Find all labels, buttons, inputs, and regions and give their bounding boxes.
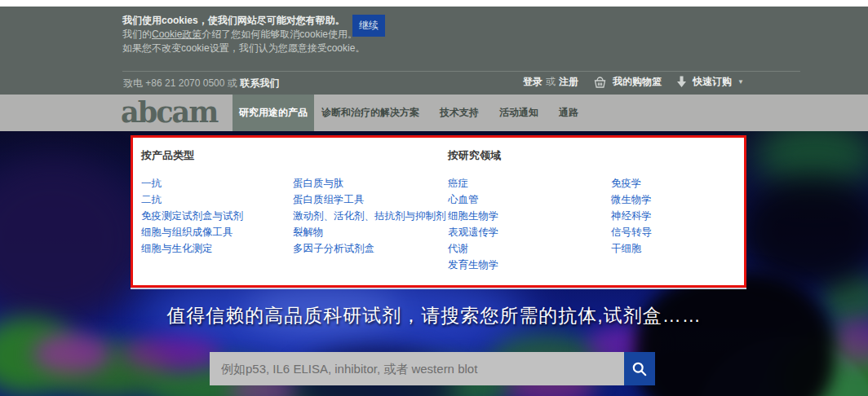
menu-link-metabolism[interactable]: 代谢: [448, 240, 499, 257]
menu-link-cell-biology[interactable]: 细胞生物学: [448, 208, 499, 224]
phone-number: +86 21 2070 0500: [145, 77, 224, 89]
cookie-policy-link[interactable]: Cookie政策: [152, 29, 202, 40]
menu-link-immunoassay-kits[interactable]: 免疫测定试剂盒与试剂: [141, 208, 243, 224]
research-links-column-2: 免疫学 微生物学 神经科学 信号转导 干细胞: [611, 175, 652, 257]
menu-link-neuroscience[interactable]: 神经科学: [611, 208, 652, 224]
hero-tagline: 值得信赖的高品质科研试剂，请搜索您所需的抗体,试剂盒……: [0, 303, 868, 328]
contact-phone-line: 致电 +86 21 2070 0500 或 联系我们: [123, 77, 279, 90]
account-utility-links: 登录 或 注册 我的购物篮 快速订购 ▼: [523, 75, 744, 89]
login-link[interactable]: 登录: [523, 75, 542, 89]
cookie-banner: 我们使用cookies，使我们网站尽可能对您有帮助。 我们的Cookie政策介绍…: [0, 7, 868, 95]
menu-link-cell-biochemical-assays[interactable]: 细胞与生化测定: [141, 240, 243, 257]
menu-link-epigenetics[interactable]: 表观遗传学: [448, 224, 499, 240]
products-mega-menu: 按产品类型 一抗 二抗 免疫测定试剂盒与试剂 细胞与组织成像工具 细胞与生化测定…: [131, 135, 746, 288]
product-links-column-1: 一抗 二抗 免疫测定试剂盒与试剂 细胞与组织成像工具 细胞与生化测定: [141, 175, 243, 257]
main-nav: 研究用途的产品 诊断和治疗的解决方案 技术支持 活动通知 通路: [232, 95, 592, 131]
menu-link-primary-antibodies[interactable]: 一抗: [141, 175, 243, 191]
basket-icon[interactable]: [593, 76, 607, 89]
register-link[interactable]: 注册: [559, 75, 578, 89]
bg-dark-silhouette: [635, 271, 835, 396]
menu-link-microbiology[interactable]: 微生物学: [611, 191, 652, 208]
my-basket-link[interactable]: 我的购物篮: [613, 75, 662, 89]
menu-link-developmental-biology[interactable]: 发育生物学: [448, 257, 499, 273]
caret-down-icon: ▼: [737, 78, 744, 86]
menu-link-agonists-activators-antagonists-inhibitors[interactable]: 激动剂、活化剂、拮抗剂与抑制剂: [293, 208, 446, 224]
search-input[interactable]: [210, 352, 624, 385]
menu-link-cell-tissue-imaging[interactable]: 细胞与组织成像工具: [141, 224, 243, 240]
quick-order-download-icon[interactable]: [676, 76, 687, 88]
search-button[interactable]: [624, 352, 655, 385]
cookie-line-2: 我们的Cookie政策介绍了您如何能够取消cookie使用。: [122, 28, 365, 42]
nav-item-technical-support[interactable]: 技术支持: [433, 95, 485, 131]
menu-link-signal-transduction[interactable]: 信号转导: [611, 224, 652, 240]
search-bar: [210, 352, 655, 385]
by-research-area-heading: 按研究领域: [448, 148, 501, 163]
by-product-type-heading: 按产品类型: [141, 148, 194, 163]
research-links-column-1: 癌症 心血管 细胞生物学 表观遗传学 代谢 发育生物学: [448, 175, 499, 273]
bg-blob: [33, 333, 110, 374]
menu-link-cardiovascular[interactable]: 心血管: [448, 191, 499, 208]
menu-link-lysates[interactable]: 裂解物: [293, 224, 446, 240]
nav-item-diagnostic-therapeutic-solutions[interactable]: 诊断和治疗的解决方案: [315, 95, 426, 131]
menu-link-cancer[interactable]: 癌症: [448, 175, 499, 191]
bg-blob: [0, 156, 147, 327]
menu-link-stem-cells[interactable]: 干细胞: [611, 240, 652, 257]
utility-bar-divider: [122, 71, 800, 72]
bg-blob: [122, 337, 220, 371]
quick-order-link[interactable]: 快速订购: [693, 75, 732, 89]
nav-item-pathways[interactable]: 通路: [552, 95, 585, 131]
nav-item-events[interactable]: 活动通知: [493, 95, 545, 131]
menu-link-immunology[interactable]: 免疫学: [611, 175, 652, 191]
cookie-line-3: 如果您不改变cookie设置，我们认为您愿意接受cookie。: [122, 42, 365, 55]
abcam-logo[interactable]: abcam: [121, 95, 217, 131]
cookie-line-1: 我们使用cookies，使我们网站尽可能对您有帮助。: [122, 14, 365, 28]
cookie-message: 我们使用cookies，使我们网站尽可能对您有帮助。 我们的Cookie政策介绍…: [122, 14, 365, 55]
menu-link-proteomics-tools[interactable]: 蛋白质组学工具: [293, 191, 446, 208]
menu-link-proteins-peptides[interactable]: 蛋白质与肽: [293, 175, 446, 191]
menu-link-secondary-antibodies[interactable]: 二抗: [141, 191, 243, 208]
contact-us-link[interactable]: 联系我们: [240, 77, 279, 89]
menu-link-multiplex-assay-kits[interactable]: 多因子分析试剂盒: [293, 240, 446, 257]
cookie-continue-button[interactable]: 继续: [352, 15, 385, 37]
nav-item-products-for-research[interactable]: 研究用途的产品: [232, 95, 314, 131]
site-header: abcam 研究用途的产品 诊断和治疗的解决方案 技术支持 活动通知 通路: [0, 95, 868, 131]
product-links-column-2: 蛋白质与肽 蛋白质组学工具 激动剂、活化剂、拮抗剂与抑制剂 裂解物 多因子分析试…: [293, 175, 446, 257]
search-icon: [631, 361, 648, 377]
